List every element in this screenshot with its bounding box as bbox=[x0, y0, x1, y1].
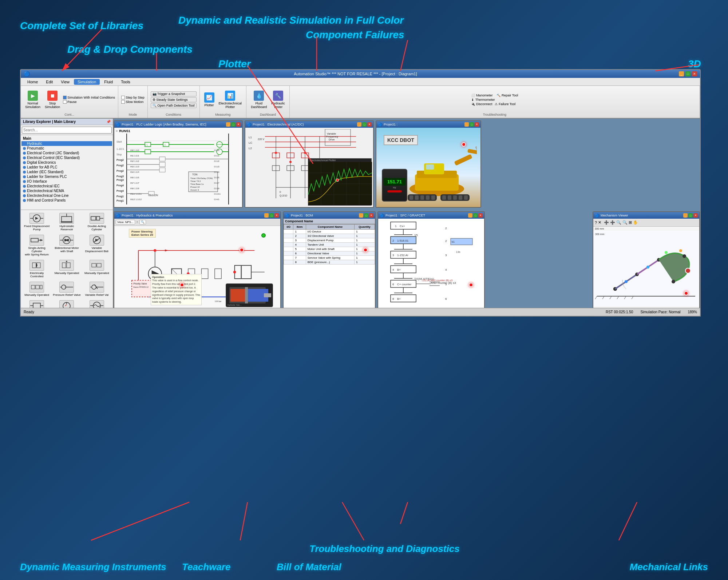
bom-maximize-button[interactable]: □ bbox=[364, 213, 368, 218]
mechanism-close-x-button[interactable]: ✕ bbox=[598, 220, 601, 225]
steady-state-button[interactable]: ⚙ Steady State Settings bbox=[151, 97, 197, 102]
library-tree-item-ladder-iec[interactable]: Ladder (IEC Standard) bbox=[21, 170, 112, 174]
library-tree-item-hydraulic[interactable]: Hydraulic bbox=[21, 141, 112, 146]
maximize-button[interactable]: □ bbox=[685, 71, 691, 76]
menu-view[interactable]: View bbox=[57, 79, 73, 85]
minimize-button[interactable]: _ bbox=[679, 71, 684, 76]
mechanism-close-button[interactable]: ✕ bbox=[693, 213, 698, 218]
menu-tools[interactable]: Tools bbox=[117, 79, 134, 85]
library-tree-item-electro-iec[interactable]: Electrotechnical IEC bbox=[21, 184, 112, 188]
library-tree-item-electro-nema[interactable]: Electrotechnical NEMA bbox=[21, 188, 112, 193]
plotter-button[interactable]: 📈 Plotter bbox=[203, 92, 216, 108]
ladder-iec-bullet bbox=[23, 171, 26, 174]
component-electrically-controlled[interactable]: Electrically Controlled bbox=[22, 258, 51, 279]
mechanism-tool-6[interactable]: ✋ bbox=[633, 220, 638, 225]
normal-simulation-button[interactable]: ▶ NormalSimulation bbox=[24, 90, 42, 110]
menu-edit[interactable]: Edit bbox=[42, 79, 56, 85]
simulation-with-initial-conditions[interactable]: Simulation With Initial Conditions bbox=[63, 96, 115, 99]
component-variable-displacement[interactable]: VariableDisplacement Bidi bbox=[82, 233, 111, 258]
plc-close-button[interactable]: ✕ bbox=[236, 122, 241, 127]
sfc-maximize-button[interactable]: □ bbox=[473, 213, 478, 218]
component-single-acting-cylinder[interactable]: Single-Acting Cylinderwith Spring Return bbox=[22, 233, 51, 258]
component-pressure-relief-valve[interactable]: Pressure Relief Valve bbox=[52, 280, 81, 298]
stop-simulation-button[interactable]: ⏹ StopSimulation bbox=[43, 90, 62, 110]
sfc-title-text: Project1 : SFC / GRAFCET bbox=[385, 214, 467, 217]
bom-table: I/O Item Component Name Quantity 1 I/O D… bbox=[284, 224, 375, 265]
ribbon-dashboard-content: 💧 FluidDashboard 🔧 HydraulicTester bbox=[249, 87, 286, 112]
mechanism-tool-1[interactable]: ➕ bbox=[604, 220, 609, 225]
svg-rect-95 bbox=[159, 168, 165, 172]
conditions-group-label: Conditions bbox=[166, 112, 181, 116]
svg-text:Priority Valve: Priority Valve bbox=[133, 282, 147, 285]
component-double-acting-cylinder[interactable]: Double-ActingCylinder bbox=[82, 211, 111, 233]
bom-row-4: 4 Tandem Unit 1 bbox=[284, 243, 375, 247]
mechanism-tool-2[interactable]: ➕ bbox=[610, 220, 615, 225]
plc-minimize-button[interactable]: _ bbox=[226, 122, 230, 127]
electro-minimize-button[interactable]: _ bbox=[357, 122, 361, 127]
component-variable-relief-valve[interactable]: Variable Relief Val bbox=[82, 280, 111, 298]
library-tree-item-ladder-ab[interactable]: Ladder for AB PLC bbox=[21, 165, 112, 170]
hyd-btn-zoom[interactable]: 🔍 bbox=[139, 220, 146, 225]
library-tree-item-digital[interactable]: Digital Electronics bbox=[21, 160, 112, 165]
library-tree-item-hmi[interactable]: HMI and Control Panels bbox=[21, 198, 112, 203]
svg-rect-20 bbox=[32, 263, 36, 268]
3d-close-button[interactable]: ✕ bbox=[475, 122, 479, 127]
bom-cell-item-8: 8 bbox=[293, 260, 306, 265]
library-search-bar bbox=[21, 125, 113, 135]
mechanism-tool-3[interactable]: 🔍 bbox=[616, 220, 621, 225]
menu-fluid[interactable]: Fluid bbox=[100, 79, 116, 85]
component-hydrostatic-reservoir[interactable]: Hydrostatic Reservoir bbox=[52, 211, 81, 233]
pause-checkbox[interactable] bbox=[63, 100, 67, 104]
step-checkbox[interactable] bbox=[121, 96, 125, 99]
trigger-snapshot-button[interactable]: 📷 Trigger a Snapshot bbox=[151, 91, 197, 96]
sfc-minimize-button[interactable]: _ bbox=[468, 213, 472, 218]
library-tree-item-elec-jic[interactable]: Electrical Control (JIC Standard) bbox=[21, 151, 112, 155]
mechanism-tool-4[interactable]: 🔍 bbox=[622, 220, 628, 225]
component-manually-operated-2[interactable]: Manually Operated bbox=[82, 258, 111, 279]
library-tree-item-elec-iec[interactable]: Electrical Control (IEC Standard) bbox=[21, 155, 112, 160]
hydraulics-maximize-button[interactable]: □ bbox=[269, 213, 274, 218]
window-3d-content: KCC DBOT bbox=[376, 128, 480, 207]
library-tree-item-electro-oneline[interactable]: Electrotechnical One-Line bbox=[21, 193, 112, 198]
bom-close-button[interactable]: ✕ bbox=[369, 213, 373, 218]
electro-close-button[interactable]: ✕ bbox=[367, 122, 372, 127]
mechanism-help-button[interactable]: ? bbox=[595, 221, 597, 225]
pause-label[interactable]: Pause bbox=[63, 100, 115, 104]
close-button[interactable]: ✕ bbox=[692, 71, 697, 76]
slow-checkbox[interactable] bbox=[121, 100, 125, 104]
open-path-detection-button[interactable]: 🔍 Open Path Detection Tool bbox=[151, 103, 197, 108]
hyd-btn-scroll[interactable]: ↑ bbox=[136, 221, 138, 224]
hydraulic-tester-button[interactable]: 🔧 HydraulicTester bbox=[270, 90, 286, 110]
component-bidirectional-motor[interactable]: Bidirectional Motorwith Shaft bbox=[52, 233, 81, 258]
hydraulics-minimize-button[interactable]: _ bbox=[264, 213, 269, 218]
fluid-dashboard-button[interactable]: 💧 FluidDashboard bbox=[249, 90, 268, 110]
library-tree-item-pneumatic[interactable]: Pneumatic bbox=[21, 146, 112, 151]
sfc-close-button[interactable]: ✕ bbox=[478, 213, 483, 218]
component-manually-operated-1[interactable]: Manually Operated bbox=[52, 258, 81, 279]
ribbon-group-dashboard: 💧 FluidDashboard 🔧 HydraulicTester Dashb… bbox=[246, 86, 290, 118]
mechanism-tool-5[interactable]: ⊞ bbox=[629, 220, 632, 225]
library-tree-item-io[interactable]: I/O Interface bbox=[21, 179, 112, 184]
plc-maximize-button[interactable]: □ bbox=[231, 122, 236, 127]
mechanism-minimize-button[interactable]: _ bbox=[683, 213, 688, 218]
hyd-btn-view[interactable]: View: NPS... bbox=[116, 220, 135, 225]
bom-window-controls: _ □ ✕ bbox=[359, 213, 373, 218]
step-by-step-button[interactable]: Step by Step bbox=[121, 96, 145, 99]
slow-motion-button[interactable]: Slow Motion bbox=[121, 100, 145, 104]
electro-maximize-button[interactable]: □ bbox=[362, 122, 367, 127]
mechanism-maximize-button[interactable]: □ bbox=[688, 213, 693, 218]
sim-initial-checkbox[interactable] bbox=[63, 96, 67, 99]
menu-simulation[interactable]: Simulation bbox=[74, 79, 100, 85]
electrotechnical-plotter-button[interactable]: 📊 ElectrotechnicalPlotter bbox=[217, 90, 244, 110]
library-search-input[interactable] bbox=[22, 127, 112, 134]
component-fixed-displacement-pump[interactable]: Fixed DisplacementPump bbox=[22, 211, 51, 233]
menu-home[interactable]: Home bbox=[24, 79, 41, 85]
library-tree-item-ladder-siemens[interactable]: Ladder for Siemens PLC bbox=[21, 174, 112, 179]
3d-minimize-button[interactable]: _ bbox=[464, 122, 469, 127]
hydraulics-close-button[interactable]: ✕ bbox=[274, 213, 279, 218]
variable-relief-icon bbox=[90, 282, 104, 293]
bom-minimize-button[interactable]: _ bbox=[359, 213, 363, 218]
library-pin-button[interactable]: 📌 bbox=[106, 120, 111, 124]
component-manually-operated-3[interactable]: Manually Operated bbox=[22, 280, 51, 298]
3d-maximize-button[interactable]: □ bbox=[470, 122, 474, 127]
